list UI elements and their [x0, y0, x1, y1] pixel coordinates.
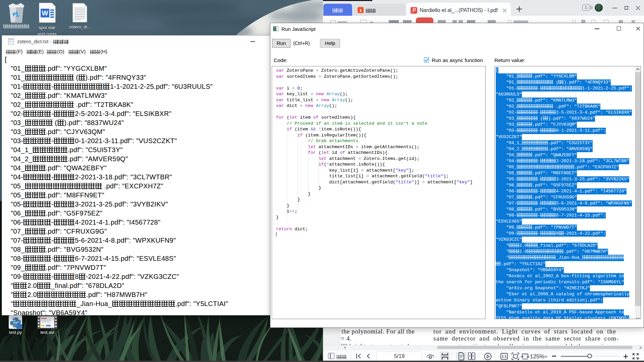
svg-text:1:1: 1:1 — [502, 355, 507, 358]
svg-text:W: W — [42, 9, 48, 17]
